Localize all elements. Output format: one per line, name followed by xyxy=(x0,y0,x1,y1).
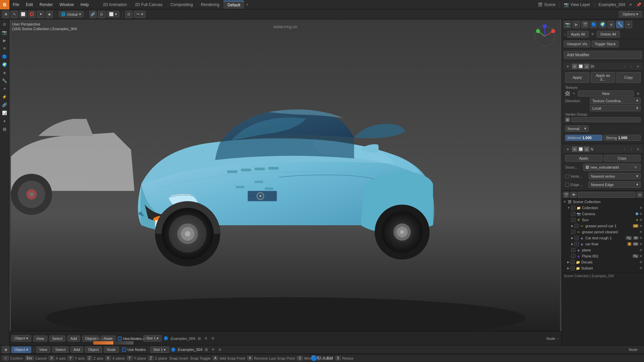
tab-2d-animation[interactable]: 2D Animation xyxy=(99,1,131,8)
select-icon-button[interactable]: ↖ xyxy=(11,11,18,18)
remove-source-button[interactable]: ✕ xyxy=(633,165,638,170)
view-button[interactable]: View xyxy=(36,347,50,353)
car-test-rough-item[interactable]: ▶ ◈ Car test rough 1 🔧 👁 👁 xyxy=(570,235,644,241)
vertex-value-button[interactable]: Nearest vertex ▾ xyxy=(589,173,641,179)
sidebar-output-icon[interactable]: ▶ xyxy=(1,37,8,44)
modifier-2-triangle[interactable]: ▼ xyxy=(565,146,571,152)
mod1-close-button[interactable]: ✕ xyxy=(635,64,641,69)
world-properties-icon[interactable]: 🌍 xyxy=(599,21,606,28)
material-copy-button[interactable]: ⊞ xyxy=(197,336,202,341)
subset-triangle[interactable]: ▶ xyxy=(567,266,570,270)
material-remove-button[interactable]: ✕ xyxy=(203,336,209,341)
outliner-scene-icon[interactable]: 🎬 xyxy=(563,192,569,198)
mod2-close-button[interactable]: ✕ xyxy=(635,146,641,152)
outliner-view-icon[interactable]: 👁 xyxy=(571,192,577,198)
car-final-checkbox[interactable] xyxy=(575,242,579,246)
tab-rendering[interactable]: Rendering xyxy=(197,1,223,8)
select-button[interactable]: Select xyxy=(52,347,69,353)
file-copy-button[interactable]: ⊞ xyxy=(204,347,209,352)
mod1-type-icon1[interactable]: ◈ xyxy=(572,64,577,69)
object-button[interactable]: Object xyxy=(85,347,102,353)
car-test-rough-checkbox[interactable] xyxy=(575,236,579,240)
sun-item[interactable]: ☀ Sun ✦ 👁 xyxy=(570,217,644,223)
output-properties-icon[interactable]: ▶ xyxy=(573,21,580,28)
grease-pencil-car1-eye-icon[interactable]: 👁 xyxy=(639,224,643,228)
sun-checkbox[interactable] xyxy=(571,218,575,222)
material-settings-icon[interactable]: ⚙ xyxy=(210,336,215,341)
grease-pencil-car1-triangle[interactable]: ▶ xyxy=(571,224,574,228)
particles-properties-icon[interactable]: ✦ xyxy=(625,21,632,28)
decals-eye-icon[interactable]: 👁 xyxy=(639,260,643,264)
decals-triangle[interactable]: ▶ xyxy=(567,260,570,264)
circle-select-button[interactable]: ⭕ xyxy=(28,11,36,18)
global-dropdown[interactable]: 🌐 Global ▾ xyxy=(59,11,84,17)
tab-compositing[interactable]: Compositing xyxy=(166,1,197,8)
sidebar-modifier-icon[interactable]: 🔧 xyxy=(1,77,8,84)
file-remove-button[interactable]: ✕ xyxy=(210,347,216,352)
decals-item[interactable]: ▶ 📁 Decals 👁 xyxy=(566,259,644,265)
mod1-down-button[interactable]: ↓ xyxy=(629,64,634,69)
grease-pencil-car1-checkbox[interactable] xyxy=(575,224,579,228)
mod2-down-button[interactable]: ↓ xyxy=(629,146,634,152)
viewport-vis-button[interactable]: Viewport Vis xyxy=(564,41,590,47)
subset-item[interactable]: ▶ 📁 Subset 👁 xyxy=(566,265,644,271)
local-dropdown[interactable]: Local ▾ xyxy=(590,105,641,111)
modifier-1-apply-button[interactable]: Apply xyxy=(565,72,589,83)
close-modifier-button[interactable]: ✕ xyxy=(590,32,595,37)
sidebar-world-icon[interactable]: 🌍 xyxy=(1,61,8,68)
plane-checkbox[interactable] xyxy=(571,248,575,252)
normal-dropdown[interactable]: Normal ▾ xyxy=(565,125,589,132)
mod2-up-button[interactable]: ↑ xyxy=(622,146,627,152)
outliner-filter-icon[interactable]: ⊙ xyxy=(637,192,643,198)
collection-triangle[interactable]: ▼ xyxy=(567,206,570,209)
sun-eye-icon[interactable]: 👁 xyxy=(639,218,643,222)
new-texture-button[interactable]: New xyxy=(578,90,634,97)
add-workspace-button[interactable]: + xyxy=(244,2,251,7)
scene-properties-icon[interactable]: 🔵 xyxy=(590,21,597,28)
modifier-1-apply-as-button[interactable]: Apply as S... xyxy=(591,72,615,83)
menu-window[interactable]: Window xyxy=(56,0,77,9)
node-select-button[interactable]: Select xyxy=(49,336,66,342)
viewport[interactable]: 5740 xyxy=(9,19,561,345)
modifier-1-copy-button[interactable]: Copy xyxy=(616,72,641,83)
car-test-rough-triangle[interactable]: ▶ xyxy=(571,236,574,240)
sidebar-texture-icon[interactable]: ▦ xyxy=(1,125,8,133)
grease-pencil-car1-item[interactable]: ▶ ✏ grease pencil car 1 24 👁 xyxy=(570,223,644,229)
node-mode-dropdown[interactable]: Object ▾ xyxy=(11,335,31,342)
car-final-item[interactable]: ▶ ◈ car final 3 99 👁 xyxy=(570,241,644,247)
sidebar-scene-icon[interactable]: 🔵 xyxy=(1,53,8,60)
slot-tb-dropdown[interactable]: Slot 1 ▾ xyxy=(150,347,169,353)
mode-icon-button[interactable]: ⊕ xyxy=(2,11,9,18)
lasso-select-button[interactable]: ✦ xyxy=(37,11,44,18)
plane001-item[interactable]: ◈ Plane.001 🔧 👁 xyxy=(570,253,644,259)
grease-pencil-cleaned-item[interactable]: ✏ grease pencil cleaned 👁 xyxy=(570,229,644,235)
collection-eye-icon[interactable]: 👁 xyxy=(639,206,643,210)
plane-eye-icon[interactable]: 👁 xyxy=(639,248,643,252)
collection-checkbox[interactable] xyxy=(571,206,575,210)
node-view-button[interactable]: View xyxy=(33,336,47,342)
modifier-1-triangle[interactable]: ▼ xyxy=(565,64,571,69)
viewport-gizmo[interactable]: X Y Z xyxy=(533,24,556,48)
node-button[interactable]: Node xyxy=(104,347,119,353)
outliner-search-input[interactable] xyxy=(578,192,635,198)
modifier-properties-icon[interactable]: 🔧 xyxy=(616,21,624,28)
source-chip[interactable]: new_extruderadd ✕ xyxy=(583,164,641,171)
scene-collection-item[interactable]: ▼ 🎬 Scene Collection xyxy=(562,199,644,205)
edge-checkbox[interactable] xyxy=(565,183,569,187)
delete-all-button[interactable]: Delete All xyxy=(597,31,620,38)
proportional-edit-button[interactable]: ⊙ xyxy=(98,11,105,18)
texture-settings-icon[interactable]: ⚙ xyxy=(635,91,641,96)
node-add-button[interactable]: Add xyxy=(67,336,80,342)
grease-pencil-cleaned-eye-icon[interactable]: 👁 xyxy=(639,230,643,234)
menu-render[interactable]: Render xyxy=(36,0,56,9)
mod1-type-icon2[interactable]: ⬜ xyxy=(578,64,583,69)
menu-edit[interactable]: Edit xyxy=(22,0,36,9)
close-examples-button[interactable]: ✕ xyxy=(628,2,633,7)
pin-button[interactable]: 📌 xyxy=(636,2,641,7)
sidebar-data-icon[interactable]: 📊 xyxy=(1,109,8,117)
tab-2d-full-canvas[interactable]: 2D Full Canvas xyxy=(131,1,166,8)
file-settings-icon[interactable]: ⚙ xyxy=(217,347,222,352)
vertex-checkbox[interactable] xyxy=(565,174,569,178)
tab-default[interactable]: Default xyxy=(223,1,244,9)
active-tool-button[interactable]: ◈ xyxy=(46,11,53,18)
